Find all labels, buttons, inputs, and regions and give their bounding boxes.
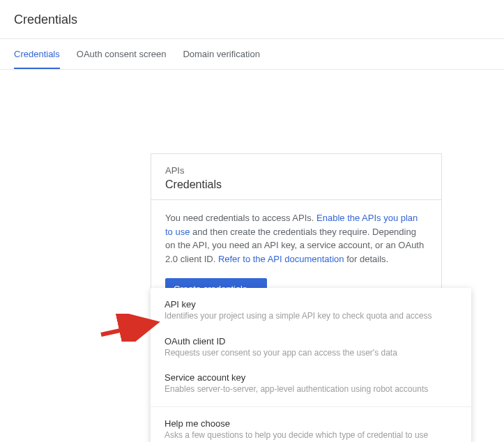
tab-domain-verification[interactable]: Domain verification [183,39,260,69]
menu-item-service-desc: Enables server-to-server, app-level auth… [165,384,457,395]
tab-oauth-consent[interactable]: OAuth consent screen [77,39,167,69]
menu-item-oauth-client-id[interactable]: OAuth client ID Requests user consent so… [151,329,471,366]
menu-item-service-title: Service account key [165,372,457,383]
menu-divider [151,406,471,407]
page-header: Credentials [0,0,504,39]
menu-item-service-account-key[interactable]: Service account key Enables server-to-se… [151,365,471,402]
menu-item-api-key-desc: Identifies your project using a simple A… [165,311,457,322]
tabs-bar: Credentials OAuth consent screen Domain … [0,39,504,70]
card-text-1: You need credentials to access APIs. [165,213,316,223]
menu-item-oauth-title: OAuth client ID [165,336,457,346]
menu-item-oauth-desc: Requests user consent so your app can ac… [165,348,457,359]
menu-item-api-key[interactable]: API key Identifies your project using a … [151,292,471,329]
svg-line-0 [101,323,152,335]
api-documentation-link[interactable]: Refer to the API documentation [218,254,344,264]
page-title: Credentials [14,13,490,27]
menu-item-help-desc: Asks a few questions to help you decide … [165,430,457,441]
menu-item-help-title: Help me choose [165,418,457,429]
tab-credentials[interactable]: Credentials [14,39,60,69]
card-description: You need credentials to access APIs. Ena… [165,211,427,266]
card-text-3: for details. [344,254,389,264]
card-title: Credentials [165,178,427,191]
annotation-arrow-icon [98,314,160,344]
create-credentials-menu: API key Identifies your project using a … [151,288,471,442]
card-overline: APIs [165,165,427,176]
menu-item-api-key-title: API key [165,299,457,310]
menu-item-help-me-choose[interactable]: Help me choose Asks a few questions to h… [151,411,471,442]
card-header: APIs Credentials [151,154,441,199]
